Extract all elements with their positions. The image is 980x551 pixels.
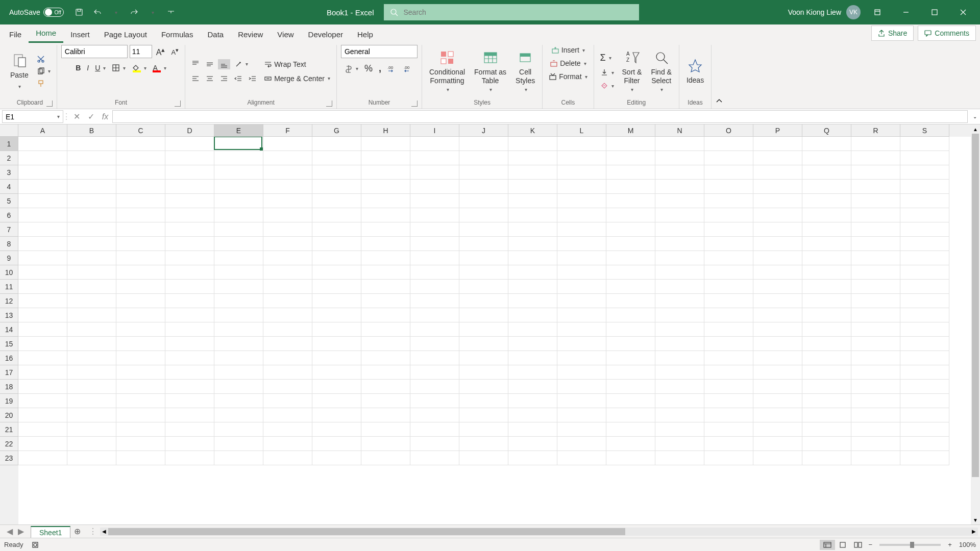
horizontal-scrollbar[interactable]: ◀ ▶ xyxy=(100,528,978,536)
cell[interactable] xyxy=(655,422,704,437)
cell[interactable] xyxy=(508,365,557,380)
row-header[interactable]: 23 xyxy=(0,451,18,465)
cell[interactable] xyxy=(263,408,312,422)
cell[interactable] xyxy=(116,208,165,222)
cell[interactable] xyxy=(165,180,214,194)
cell[interactable] xyxy=(361,308,410,322)
normal-view-button[interactable] xyxy=(820,540,835,550)
cell[interactable] xyxy=(704,180,753,194)
font-size-select[interactable] xyxy=(130,45,152,58)
row-header[interactable]: 14 xyxy=(0,322,18,337)
search-input[interactable] xyxy=(403,8,633,16)
cell[interactable] xyxy=(410,394,459,408)
cell[interactable] xyxy=(459,322,508,337)
cell[interactable] xyxy=(312,451,361,465)
cell[interactable] xyxy=(459,137,508,151)
cell[interactable] xyxy=(753,380,802,394)
cell[interactable] xyxy=(606,208,655,222)
cell[interactable] xyxy=(557,237,606,251)
cell[interactable] xyxy=(116,294,165,308)
cell[interactable] xyxy=(606,265,655,280)
cell[interactable] xyxy=(851,408,900,422)
cell[interactable] xyxy=(753,437,802,451)
row-header[interactable]: 7 xyxy=(0,222,18,237)
cell[interactable] xyxy=(557,351,606,365)
copy-button[interactable] xyxy=(35,66,53,77)
cell[interactable] xyxy=(655,222,704,237)
cell[interactable] xyxy=(508,237,557,251)
user-name[interactable]: Voon Kiong Liew xyxy=(788,8,841,16)
cell[interactable] xyxy=(704,237,753,251)
cell[interactable] xyxy=(459,365,508,380)
cell[interactable] xyxy=(851,422,900,437)
cell[interactable] xyxy=(753,237,802,251)
cell[interactable] xyxy=(361,237,410,251)
cell[interactable] xyxy=(802,137,851,151)
row-header[interactable]: 15 xyxy=(0,337,18,351)
cell[interactable] xyxy=(557,322,606,337)
cell[interactable] xyxy=(214,437,263,451)
cell[interactable] xyxy=(116,365,165,380)
cell[interactable] xyxy=(851,322,900,337)
cell[interactable] xyxy=(606,251,655,265)
cell[interactable] xyxy=(508,322,557,337)
ribbon-display-options-icon[interactable] xyxy=(866,4,889,20)
cell[interactable] xyxy=(410,194,459,208)
cell[interactable] xyxy=(508,394,557,408)
paste-dropdown[interactable] xyxy=(17,82,21,90)
cell[interactable] xyxy=(802,237,851,251)
cell[interactable] xyxy=(557,365,606,380)
cell[interactable] xyxy=(361,137,410,151)
cell[interactable] xyxy=(753,308,802,322)
underline-button[interactable]: U xyxy=(93,63,108,73)
cell[interactable] xyxy=(851,294,900,308)
cell[interactable] xyxy=(165,294,214,308)
cell[interactable] xyxy=(753,222,802,237)
cell[interactable] xyxy=(116,165,165,180)
cell[interactable] xyxy=(214,222,263,237)
column-header[interactable]: Q xyxy=(802,124,851,137)
row-header[interactable]: 18 xyxy=(0,380,18,394)
cell[interactable] xyxy=(900,351,949,365)
cell[interactable] xyxy=(802,265,851,280)
cell[interactable] xyxy=(557,251,606,265)
cell[interactable] xyxy=(361,380,410,394)
cell[interactable] xyxy=(753,280,802,294)
cell[interactable] xyxy=(606,394,655,408)
cell[interactable] xyxy=(606,194,655,208)
cell[interactable] xyxy=(508,451,557,465)
cell[interactable] xyxy=(312,180,361,194)
cell[interactable] xyxy=(263,151,312,165)
cell[interactable] xyxy=(165,365,214,380)
cell[interactable] xyxy=(214,251,263,265)
cell[interactable] xyxy=(557,280,606,294)
vertical-scrollbar[interactable]: ▲ ▼ xyxy=(971,124,980,524)
cell[interactable] xyxy=(606,422,655,437)
fill-color-button[interactable] xyxy=(130,62,149,73)
cell[interactable] xyxy=(508,294,557,308)
cell[interactable] xyxy=(18,251,67,265)
fill-button[interactable] xyxy=(598,67,616,78)
cell[interactable] xyxy=(851,380,900,394)
cell[interactable] xyxy=(459,251,508,265)
cell[interactable] xyxy=(67,394,116,408)
column-header[interactable]: M xyxy=(606,124,655,137)
cell[interactable] xyxy=(508,222,557,237)
column-header[interactable]: J xyxy=(459,124,508,137)
align-top-button[interactable] xyxy=(189,59,202,69)
format-painter-button[interactable] xyxy=(35,79,53,89)
cell[interactable] xyxy=(704,151,753,165)
cell[interactable] xyxy=(18,451,67,465)
cell[interactable] xyxy=(704,294,753,308)
cell[interactable] xyxy=(557,380,606,394)
cell[interactable] xyxy=(459,265,508,280)
cell[interactable] xyxy=(410,237,459,251)
cell[interactable] xyxy=(214,322,263,337)
cell[interactable] xyxy=(802,308,851,322)
cell[interactable] xyxy=(802,380,851,394)
decrease-indent-button[interactable] xyxy=(232,73,244,84)
column-header[interactable]: O xyxy=(704,124,753,137)
select-all-corner[interactable] xyxy=(0,124,18,137)
cell[interactable] xyxy=(18,351,67,365)
cell[interactable] xyxy=(802,151,851,165)
